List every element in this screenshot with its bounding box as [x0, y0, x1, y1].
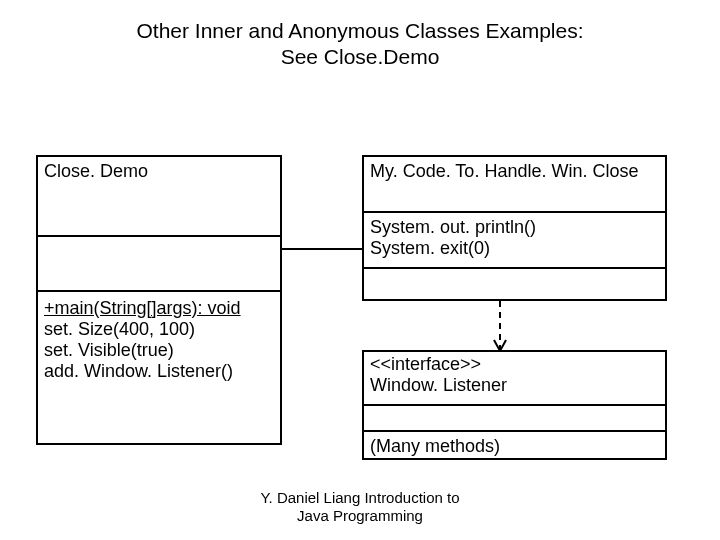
interface-name-compartment: <<interface>> Window. Listener: [364, 352, 665, 406]
closedemo-setsize: set. Size(400, 100): [44, 319, 274, 340]
interface-name: Window. Listener: [370, 375, 659, 396]
closedemo-methods-compartment: +main(String[]args): void set. Size(400,…: [38, 292, 280, 386]
closedemo-setvisible: set. Visible(true): [44, 340, 274, 361]
title-line-2: See Close.Demo: [0, 44, 720, 70]
interface-methods-compartment: (Many methods): [364, 432, 665, 462]
closedemo-attrs-compartment: [38, 237, 280, 292]
interface-methods: (Many methods): [370, 436, 500, 456]
uml-box-closedemo: Close. Demo +main(String[]args): void se…: [36, 155, 282, 445]
closedemo-name: Close. Demo: [44, 161, 148, 181]
handler-body-compartment: System. out. println() System. exit(0): [364, 213, 665, 269]
handler-println: System. out. println(): [370, 217, 659, 238]
handler-exit: System. exit(0): [370, 238, 659, 259]
footer-line-2: Java Programming: [0, 507, 720, 525]
title-line-1: Other Inner and Anonymous Classes Exampl…: [0, 18, 720, 44]
interface-stereotype: <<interface>>: [370, 354, 659, 375]
interface-mid-compartment: [364, 406, 665, 432]
closedemo-name-compartment: Close. Demo: [38, 157, 280, 237]
footer-line-1: Y. Daniel Liang Introduction to: [0, 489, 720, 507]
handler-name-compartment: My. Code. To. Handle. Win. Close: [364, 157, 665, 213]
footer: Y. Daniel Liang Introduction to Java Pro…: [0, 489, 720, 525]
uml-box-interface: <<interface>> Window. Listener (Many met…: [362, 350, 667, 460]
uml-box-handler: My. Code. To. Handle. Win. Close System.…: [362, 155, 667, 301]
handler-name: My. Code. To. Handle. Win. Close: [370, 161, 638, 181]
closedemo-addlistener: add. Window. Listener(): [44, 361, 274, 382]
handler-bottom-compartment: [364, 269, 665, 299]
closedemo-main-method: +main(String[]args): void: [44, 298, 274, 319]
page-title: Other Inner and Anonymous Classes Exampl…: [0, 0, 720, 71]
